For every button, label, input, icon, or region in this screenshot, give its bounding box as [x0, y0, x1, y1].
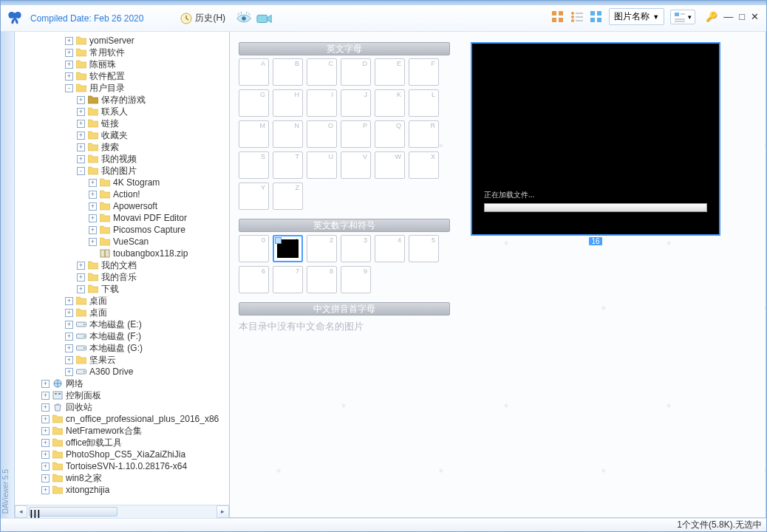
tree-item[interactable]: +NetFramework合集	[15, 425, 229, 437]
tree-item[interactable]: +Apowersoft	[15, 200, 229, 212]
tree-item[interactable]: +本地磁盘 (E:)	[15, 318, 229, 330]
tree-item[interactable]: +我的音乐	[15, 271, 229, 283]
tree-item[interactable]: +软件配置	[15, 70, 229, 82]
tree-item[interactable]: +我的文档	[15, 259, 229, 271]
expand-icon[interactable]: +	[77, 96, 85, 104]
tree-item[interactable]: +4K Stogram	[15, 177, 229, 188]
digit-cell[interactable]: 7	[273, 266, 303, 293]
expand-icon[interactable]: +	[77, 143, 85, 151]
letter-cell[interactable]: Z	[273, 183, 303, 210]
digit-cell[interactable]: 2	[307, 235, 337, 262]
expand-icon[interactable]: +	[65, 332, 73, 341]
digit-cell[interactable]: 8	[307, 266, 337, 293]
letter-cell[interactable]: L	[409, 89, 439, 117]
expand-icon[interactable]: +	[89, 191, 97, 199]
expand-icon[interactable]: +	[41, 403, 50, 412]
letter-cell[interactable]: V	[341, 151, 371, 179]
letter-cell[interactable]: T	[273, 151, 303, 179]
tree-hscrollbar[interactable]: ◂ ǀǀǀ ▸	[15, 505, 229, 517]
tree-item[interactable]: +坚果云	[15, 354, 229, 366]
tree-item[interactable]: +win8之家	[15, 472, 229, 484]
letter-cell[interactable]: B	[273, 58, 303, 86]
view-lines-icon[interactable]	[570, 10, 584, 24]
tree-item[interactable]: +TortoiseSVN-1.10.0.28176-x64	[15, 460, 229, 472]
expand-icon[interactable]: +	[89, 238, 97, 246]
tree-item[interactable]: +xitongzhijia	[15, 484, 229, 496]
tree-item[interactable]: +网络	[15, 378, 229, 389]
tree-item[interactable]: toubangbox118.zip	[15, 248, 229, 259]
sort-combo[interactable]: 图片名称 ▼	[609, 8, 664, 25]
letter-cell[interactable]: O	[307, 120, 337, 148]
collapse-icon[interactable]: -	[65, 84, 73, 92]
expand-icon[interactable]: +	[41, 451, 50, 459]
key-button[interactable]: 🔑	[704, 11, 719, 22]
tree-item[interactable]: +Action!	[15, 188, 229, 200]
letter-cell[interactable]: M	[239, 120, 269, 148]
letter-cell[interactable]: S	[239, 151, 269, 179]
tree-item[interactable]: -我的图片	[15, 165, 229, 177]
letter-cell[interactable]: X	[409, 151, 439, 179]
expand-icon[interactable]: +	[65, 72, 73, 81]
expand-icon[interactable]: +	[41, 486, 50, 494]
tree-item[interactable]: +cn_office_professional_plus_2016_x86	[15, 413, 229, 425]
tree-item[interactable]: +保存的游戏	[15, 94, 229, 106]
expand-icon[interactable]: +	[41, 474, 50, 482]
letter-cell[interactable]: U	[307, 151, 337, 179]
tree-item[interactable]: +Movavi PDF Editor	[15, 212, 229, 224]
expand-icon[interactable]: +	[41, 380, 50, 388]
digit-cell[interactable]: 1	[273, 235, 303, 262]
tree-item[interactable]: +搜索	[15, 141, 229, 153]
view-small-grid-icon[interactable]	[551, 10, 565, 24]
expand-icon[interactable]: +	[65, 309, 73, 317]
sequence-combo[interactable]: ▾	[670, 10, 695, 24]
expand-icon[interactable]: +	[77, 155, 85, 163]
tree-item[interactable]: +A360 Drive	[15, 366, 229, 378]
tree-item[interactable]: +yomiServer	[15, 35, 229, 47]
letter-cell[interactable]: H	[273, 89, 303, 117]
tree-item[interactable]: +链接	[15, 117, 229, 129]
minimize-button[interactable]: —	[722, 11, 734, 22]
maximize-button[interactable]: □	[737, 11, 746, 22]
expand-icon[interactable]: +	[77, 132, 85, 140]
expand-icon[interactable]: +	[65, 321, 73, 329]
view-large-grid-icon[interactable]	[590, 10, 603, 24]
tree-item[interactable]: +本地磁盘 (F:)	[15, 330, 229, 342]
letter-cell[interactable]: I	[307, 89, 337, 117]
letter-cell[interactable]: D	[341, 58, 371, 86]
expand-icon[interactable]: +	[89, 179, 97, 187]
scroll-right-button[interactable]: ▸	[217, 505, 229, 518]
tree-item[interactable]: +office卸载工具	[15, 437, 229, 449]
tree-item[interactable]: +本地磁盘 (G:)	[15, 342, 229, 354]
expand-icon[interactable]: +	[65, 61, 73, 69]
tree-item[interactable]: +控制面板	[15, 389, 229, 401]
letter-cell[interactable]: F	[409, 58, 439, 86]
digit-cell[interactable]: 5	[409, 235, 439, 262]
eye-icon[interactable]	[236, 12, 252, 25]
letter-cell[interactable]: K	[375, 89, 405, 117]
letter-cell[interactable]: W	[375, 151, 405, 179]
expand-icon[interactable]: +	[65, 368, 73, 376]
digit-cell[interactable]: 4	[375, 235, 405, 262]
letter-cell[interactable]: A	[239, 58, 269, 86]
letter-cell[interactable]: C	[307, 58, 337, 86]
digit-cell[interactable]: 9	[341, 266, 371, 293]
tree-item[interactable]: +桌面	[15, 295, 229, 307]
expand-icon[interactable]: +	[89, 214, 97, 222]
expand-icon[interactable]: +	[41, 439, 50, 447]
tree-item[interactable]: +常用软件	[15, 47, 229, 58]
letter-cell[interactable]: P	[341, 120, 371, 148]
letter-cell[interactable]: Q	[375, 120, 405, 148]
digit-cell[interactable]: 0	[239, 235, 269, 262]
history-button[interactable]: 历史(H)	[174, 10, 231, 26]
expand-icon[interactable]: +	[65, 37, 73, 45]
expand-icon[interactable]: +	[89, 202, 97, 211]
expand-icon[interactable]: +	[77, 120, 85, 128]
digit-cell[interactable]: 6	[239, 266, 269, 293]
expand-icon[interactable]: +	[77, 285, 85, 293]
expand-icon[interactable]: +	[65, 344, 73, 352]
expand-icon[interactable]: +	[77, 262, 85, 270]
expand-icon[interactable]: +	[65, 297, 73, 305]
letter-cell[interactable]: G	[239, 89, 269, 117]
letter-cell[interactable]: E	[375, 58, 405, 86]
expand-icon[interactable]: +	[41, 463, 50, 471]
